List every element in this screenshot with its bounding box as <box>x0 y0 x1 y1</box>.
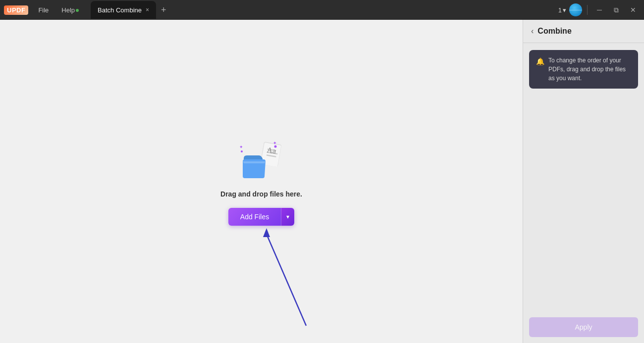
right-panel-body <box>523 96 644 311</box>
svg-marker-11 <box>263 228 270 237</box>
svg-text:✦: ✦ <box>273 141 277 146</box>
back-arrow-button[interactable]: ‹ <box>531 27 534 36</box>
info-box: 🔔 To change the order of your PDFs, drag… <box>529 50 638 89</box>
drop-area[interactable]: Aa ✦ ✦ Drag and drop files here. Add Fil… <box>0 20 523 343</box>
add-files-button-group[interactable]: Add Files ▾ <box>228 208 294 226</box>
main-container: Aa ✦ ✦ Drag and drop files here. Add Fil… <box>0 20 644 343</box>
new-tab-button[interactable]: + <box>159 3 168 17</box>
titlebar: UPDF File Help Batch Combine × + 1 ▾ ─ ⧉… <box>0 0 644 20</box>
app-logo: UPDF <box>4 5 28 15</box>
drop-illustration: Aa ✦ ✦ <box>237 138 286 182</box>
globe-icon[interactable] <box>569 3 582 16</box>
add-files-dropdown-button[interactable]: ▾ <box>281 208 294 226</box>
add-files-button[interactable]: Add Files <box>228 208 281 226</box>
right-panel-title: Combine <box>537 27 571 36</box>
svg-text:✦: ✦ <box>239 145 243 149</box>
apply-button[interactable]: Apply <box>529 317 638 337</box>
titlebar-right: 1 ▾ ─ ⧉ ✕ <box>558 3 640 17</box>
info-text: To change the order of your PDFs, drag a… <box>548 56 631 83</box>
tab-area: Batch Combine × + <box>91 1 555 19</box>
svg-point-6 <box>241 150 243 152</box>
minimize-button[interactable]: ─ <box>592 3 606 17</box>
window-count[interactable]: 1 ▾ <box>558 6 566 14</box>
drop-zone-text: Drag and drop files here. <box>220 190 302 198</box>
tab-batch-combine[interactable]: Batch Combine × <box>91 1 156 19</box>
help-dot <box>76 9 79 12</box>
right-panel: ‹ Combine 🔔 To change the order of your … <box>523 20 644 343</box>
svg-point-7 <box>274 145 276 147</box>
svg-line-10 <box>267 234 306 326</box>
info-bell-icon: 🔔 <box>536 56 544 83</box>
arrow-annotation <box>257 219 316 328</box>
right-panel-header: ‹ Combine <box>523 20 644 43</box>
close-button[interactable]: ✕ <box>626 3 640 17</box>
tab-close-button[interactable]: × <box>146 7 149 13</box>
maximize-button[interactable]: ⧉ <box>609 3 623 17</box>
tab-label: Batch Combine <box>98 6 142 14</box>
menu-file[interactable]: File <box>33 4 54 16</box>
titlebar-separator <box>587 5 588 15</box>
menu-help[interactable]: Help <box>56 4 84 16</box>
